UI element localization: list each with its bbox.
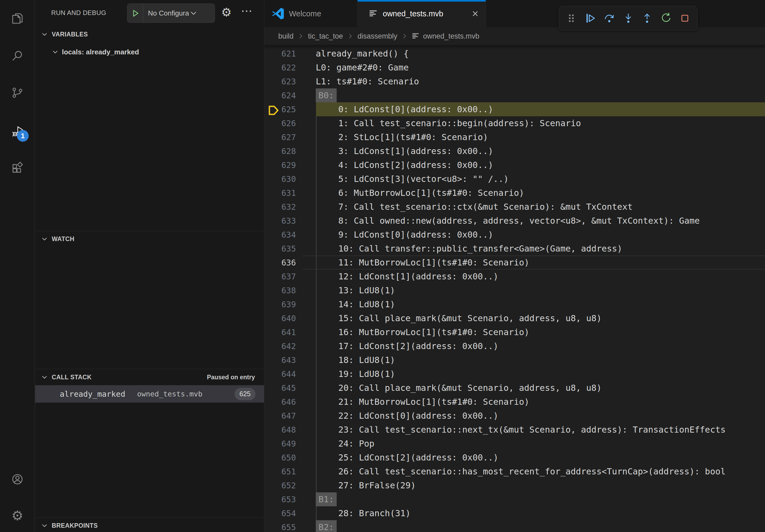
line-number[interactable]: 626 bbox=[264, 119, 296, 128]
line-number[interactable]: 636 bbox=[264, 258, 296, 267]
section-header-watch[interactable]: WATCH bbox=[35, 232, 264, 245]
breadcrumb-item[interactable]: owned_tests.mvb bbox=[423, 32, 479, 40]
line-number[interactable]: 645 bbox=[264, 383, 296, 393]
line-number[interactable]: 633 bbox=[264, 216, 296, 226]
tab-owned-tests-mvb[interactable]: owned_tests.mvb bbox=[358, 0, 486, 27]
continue-button[interactable] bbox=[582, 10, 598, 26]
line-number[interactable]: 623 bbox=[264, 77, 296, 86]
close-tab-icon[interactable] bbox=[471, 10, 479, 18]
code-line[interactable]: 65025: LdConst[2](address: 0x00..) bbox=[264, 450, 765, 464]
line-number[interactable]: 632 bbox=[264, 202, 296, 212]
code-line[interactable]: 64722: LdConst[0](address: 0x00..) bbox=[264, 409, 765, 423]
activity-bar-item-settings[interactable]: ⚙ bbox=[10, 508, 25, 523]
section-header-variables[interactable]: VARIABLES bbox=[35, 28, 264, 41]
line-number[interactable]: 644 bbox=[264, 370, 296, 379]
line-number[interactable]: 650 bbox=[264, 453, 296, 462]
code-line[interactable]: 621already_marked() { bbox=[264, 47, 765, 61]
line-number[interactable]: 653 bbox=[264, 495, 296, 504]
gear-icon[interactable]: ⚙ bbox=[221, 6, 232, 18]
code-line[interactable]: 655B2: bbox=[264, 520, 765, 532]
code-line[interactable]: 6272: StLoc[1](ts#1#0: Scenario) bbox=[264, 130, 765, 144]
code-line[interactable]: 6349: LdConst[0](address: 0x00..) bbox=[264, 228, 765, 242]
code-editor[interactable]: 621already_marked() {622L0: game#2#0: Ga… bbox=[264, 47, 765, 532]
code-line[interactable]: 653B1: bbox=[264, 492, 765, 506]
activity-bar-item-search[interactable] bbox=[10, 49, 25, 64]
code-line[interactable]: 624B0: bbox=[264, 89, 765, 102]
line-number[interactable]: 625 bbox=[264, 105, 296, 114]
code-line[interactable]: 64116: MutBorrowLoc[1](ts#1#0: Scenario) bbox=[264, 325, 765, 339]
line-number[interactable]: 652 bbox=[264, 481, 296, 490]
line-number[interactable]: 641 bbox=[264, 328, 296, 337]
activity-bar-item-explorer[interactable] bbox=[10, 11, 25, 26]
breadcrumb-item[interactable]: build bbox=[278, 32, 294, 40]
line-number[interactable]: 629 bbox=[264, 160, 296, 170]
code-line[interactable]: 6327: Call test_scenario::ctx(&mut Scena… bbox=[264, 200, 765, 214]
section-header-call-stack[interactable]: CALL STACK Paused on entry bbox=[35, 371, 264, 384]
line-number[interactable]: 643 bbox=[264, 356, 296, 365]
code-line[interactable]: 6250: LdConst[0](address: 0x00..) bbox=[264, 102, 765, 116]
line-number[interactable]: 648 bbox=[264, 425, 296, 434]
code-line[interactable]: 64217: LdConst[2](address: 0x00..) bbox=[264, 339, 765, 353]
code-line[interactable]: 63510: Call transfer::public_transfer<Ga… bbox=[264, 242, 765, 256]
breadcrumb-item[interactable]: disassembly bbox=[358, 32, 397, 40]
line-number[interactable]: 642 bbox=[264, 342, 296, 351]
debug-toolbar[interactable] bbox=[559, 6, 697, 31]
variables-scope-locals[interactable]: locals: already_marked bbox=[35, 45, 264, 59]
code-line[interactable]: 6294: LdConst[2](address: 0x00..) bbox=[264, 158, 765, 172]
activity-bar-item-account[interactable] bbox=[10, 472, 25, 487]
line-number[interactable]: 621 bbox=[264, 49, 296, 58]
code-line[interactable]: 64924: Pop bbox=[264, 437, 765, 450]
line-number[interactable]: 637 bbox=[264, 272, 296, 281]
drag-handle-button[interactable] bbox=[563, 10, 579, 26]
restart-button[interactable] bbox=[658, 10, 674, 26]
code-line[interactable]: 6305: LdConst[3](vector<u8>: "" /..) bbox=[264, 172, 765, 186]
code-line[interactable]: 65126: Call test_scenario::has_most_rece… bbox=[264, 464, 765, 478]
debug-config-dropdown[interactable]: No Configura bbox=[127, 3, 215, 23]
code-line[interactable]: 64520: Call place_mark(&mut Scenario, ad… bbox=[264, 381, 765, 395]
line-number[interactable]: 627 bbox=[264, 133, 296, 142]
tab-welcome[interactable]: Welcome bbox=[264, 0, 358, 27]
start-debug-button[interactable] bbox=[127, 4, 143, 23]
code-line[interactable]: 65428: Branch(31) bbox=[264, 506, 765, 520]
line-number[interactable]: 635 bbox=[264, 244, 296, 253]
stop-button[interactable] bbox=[677, 10, 693, 26]
activity-bar-item-source-control[interactable] bbox=[10, 85, 25, 100]
code-line[interactable]: 64015: Call place_mark(&mut Scenario, ad… bbox=[264, 311, 765, 325]
code-line[interactable]: 6338: Call owned::new(address, address, … bbox=[264, 214, 765, 228]
code-line[interactable]: 63611: MutBorrowLoc[1](ts#1#0: Scenario) bbox=[264, 256, 765, 269]
code-line[interactable]: 6316: MutBorrowLoc[1](ts#1#0: Scenario) bbox=[264, 186, 765, 200]
line-number[interactable]: 638 bbox=[264, 286, 296, 295]
code-line[interactable]: 64621: MutBorrowLoc[1](ts#1#0: Scenario) bbox=[264, 395, 765, 409]
line-number[interactable]: 654 bbox=[264, 509, 296, 518]
code-line[interactable]: 623L1: ts#1#0: Scenario bbox=[264, 75, 765, 89]
code-line[interactable]: 6261: Call test_scenario::begin(address)… bbox=[264, 116, 765, 130]
line-number[interactable]: 651 bbox=[264, 467, 296, 476]
activity-bar-item-extensions[interactable] bbox=[10, 160, 25, 175]
section-header-breakpoints[interactable]: BREAKPOINTS bbox=[35, 519, 264, 532]
line-number[interactable]: 640 bbox=[264, 314, 296, 323]
line-number[interactable]: 646 bbox=[264, 397, 296, 406]
code-line[interactable]: 65227: BrFalse(29) bbox=[264, 478, 765, 492]
step-over-button[interactable] bbox=[601, 10, 617, 26]
line-number[interactable]: 622 bbox=[264, 63, 296, 72]
step-into-button[interactable] bbox=[620, 10, 636, 26]
code-line[interactable]: 64419: LdU8(1) bbox=[264, 367, 765, 381]
code-line[interactable]: 63914: LdU8(1) bbox=[264, 297, 765, 311]
more-actions-icon[interactable]: ⋯ bbox=[241, 5, 252, 17]
line-number[interactable]: 649 bbox=[264, 439, 296, 448]
code-line[interactable]: 64823: Call test_scenario::next_tx(&mut … bbox=[264, 423, 765, 437]
code-line[interactable]: 6283: LdConst[1](address: 0x00..) bbox=[264, 144, 765, 158]
activity-bar-item-run-and-debug[interactable]: 1 bbox=[10, 124, 25, 139]
line-number[interactable]: 634 bbox=[264, 230, 296, 239]
line-number[interactable]: 628 bbox=[264, 146, 296, 156]
line-number[interactable]: 647 bbox=[264, 411, 296, 420]
step-out-button[interactable] bbox=[639, 10, 655, 26]
code-line[interactable]: 622L0: game#2#0: Game bbox=[264, 61, 765, 75]
code-line[interactable]: 63712: LdConst[1](address: 0x00..) bbox=[264, 269, 765, 283]
line-number[interactable]: 639 bbox=[264, 300, 296, 309]
code-line[interactable]: 64318: LdU8(1) bbox=[264, 353, 765, 367]
line-number[interactable]: 655 bbox=[264, 523, 296, 532]
breadcrumb-item[interactable]: tic_tac_toe bbox=[308, 32, 343, 40]
line-number[interactable]: 624 bbox=[264, 91, 296, 100]
call-stack-frame[interactable]: already_markedowned_tests.mvb625 bbox=[35, 385, 264, 402]
